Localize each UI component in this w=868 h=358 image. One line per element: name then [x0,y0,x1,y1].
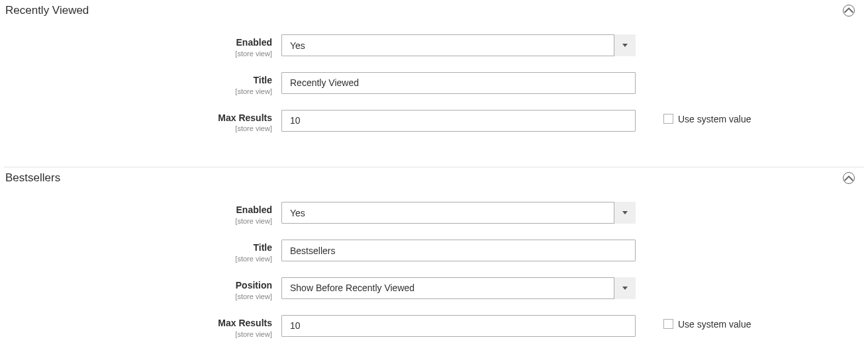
title-input[interactable] [281,72,636,94]
section-body: Enabled [store view] Yes Title [store vi… [0,189,868,358]
section-header-bestsellers[interactable]: Bestsellers [0,167,868,189]
use-system-label: Use system value [678,114,751,124]
section-header-recently-viewed[interactable]: Recently Viewed [0,0,868,21]
field-label: Enabled [0,37,272,48]
title-input[interactable] [281,240,636,261]
field-extra-col: Use system value [636,110,751,124]
enabled-select[interactable]: Yes [281,202,636,224]
field-row-position: Position [store view] Show Before Recent… [0,277,868,300]
section-title: Bestsellers [5,171,60,185]
field-input-col [281,72,636,94]
select-wrap: Show Before Recently Viewed [281,277,636,299]
field-scope: [store view] [0,217,272,225]
field-label-col: Enabled [store view] [0,34,281,58]
section-bestsellers: Bestsellers Enabled [store view] Yes [0,167,868,358]
field-input-col [281,240,636,261]
field-input-col [281,315,636,337]
field-row-title: Title [store view] [0,240,868,263]
field-scope: [store view] [0,50,272,58]
field-label: Max Results [0,318,272,329]
select-wrap: Yes [281,202,636,224]
field-label: Title [0,242,272,253]
field-label: Title [0,75,272,86]
max-results-input[interactable] [281,110,636,132]
field-row-enabled: Enabled [store view] Yes [0,202,868,225]
field-label-col: Enabled [store view] [0,202,281,225]
field-label-col: Max Results [store view] [0,110,281,133]
field-scope: [store view] [0,87,272,95]
position-select[interactable]: Show Before Recently Viewed [281,277,636,299]
select-wrap: Yes [281,34,636,56]
chevron-up-icon [843,172,855,184]
use-system-checkbox[interactable] [663,319,673,329]
use-system-label: Use system value [678,319,751,330]
field-extra-col: Use system value [636,315,751,330]
field-row-max-results: Max Results [store view] Use system valu… [0,110,868,133]
enabled-select[interactable]: Yes [281,34,636,56]
use-system-checkbox[interactable] [663,114,673,124]
field-row-enabled: Enabled [store view] Yes [0,34,868,58]
field-scope: [store view] [0,292,272,300]
field-scope: [store view] [0,255,272,263]
field-row-title: Title [store view] [0,72,868,95]
field-label: Enabled [0,204,272,216]
field-label-col: Title [store view] [0,72,281,95]
section-body: Enabled [store view] Yes Title [store vi… [0,21,868,167]
field-input-col [281,110,636,132]
chevron-up-icon [843,5,855,17]
field-scope: [store view] [0,124,272,132]
field-scope: [store view] [0,330,272,338]
section-recently-viewed: Recently Viewed Enabled [store view] Yes [0,0,868,167]
field-label-col: Title [store view] [0,240,281,263]
field-input-col: Yes [281,202,636,224]
field-label: Max Results [0,112,272,124]
field-label-col: Position [store view] [0,277,281,300]
field-input-col: Show Before Recently Viewed [281,277,636,299]
field-row-max-results: Max Results [store view] Use system valu… [0,315,868,338]
field-label: Position [0,280,272,291]
field-input-col: Yes [281,34,636,56]
section-title: Recently Viewed [5,4,89,17]
max-results-input[interactable] [281,315,636,337]
field-label-col: Max Results [store view] [0,315,281,338]
